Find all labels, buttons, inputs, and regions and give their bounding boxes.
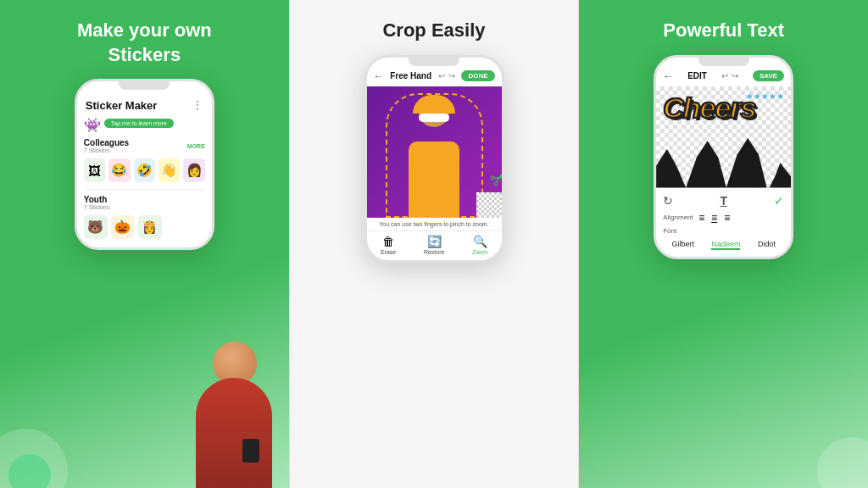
- crop-dashed-outline: [386, 93, 483, 218]
- sticker-thumb-1: 🖼: [84, 158, 105, 182]
- section2-title: Youth: [84, 195, 110, 204]
- sticker-thumb-4: 👋: [159, 158, 180, 182]
- save-button[interactable]: SAVE: [753, 70, 784, 81]
- sticker-thumb-7: 🎃: [111, 215, 135, 239]
- crop-app-ui: ← Free Hand ↩ ↪ DONE: [367, 66, 502, 260]
- align-left-icon[interactable]: ≡: [698, 212, 704, 224]
- zoom-tool[interactable]: 🔍 Zoom: [472, 235, 487, 255]
- text-redo-icon[interactable]: ↪: [732, 71, 738, 80]
- font-label: Font: [663, 227, 693, 235]
- restore-label: Restore: [424, 249, 445, 255]
- right-panel-title: Powerful Text: [663, 19, 784, 43]
- text-undo-redo: ↩ ↪: [721, 71, 738, 80]
- center-phone-mockup: ← Free Hand ↩ ↪ DONE: [364, 55, 504, 263]
- alignment-icons: ≡ ≡ ≡: [698, 212, 730, 224]
- text-tool-icon[interactable]: T: [720, 194, 727, 208]
- text-app-ui: ← EDIT ↩ ↪ SAVE Cheers ★★★★★: [656, 66, 791, 257]
- sticker-maker-title: Sticker Maker: [86, 99, 158, 112]
- section1-count: 7 Stickers: [84, 147, 129, 153]
- sticker-thumb-3: 🤣: [134, 158, 155, 182]
- sticker-thumb-6: 🐻: [84, 215, 108, 239]
- restore-icon: 🔄: [427, 235, 442, 248]
- tap-banner: Tap me to learn more: [104, 119, 174, 128]
- crop-image-area: [367, 86, 502, 218]
- right-panel: Powerful Text ← EDIT ↩ ↪ SAVE Cheers: [579, 0, 868, 488]
- erase-icon: 🗑: [382, 235, 394, 248]
- text-canvas-area: Cheers ★★★★★: [656, 86, 791, 188]
- held-phone-icon: [242, 439, 259, 463]
- right-phone-mockup: ← EDIT ↩ ↪ SAVE Cheers ★★★★★: [654, 55, 793, 259]
- crop-screen-title: Free Hand: [390, 71, 431, 80]
- redo-icon[interactable]: ↪: [448, 71, 455, 80]
- center-panel: Crop Easily ← Free Hand ↩ ↪ DONE: [289, 0, 580, 488]
- alignment-control-row: Alignment ≡ ≡ ≡: [663, 210, 784, 225]
- crop-toolbar: 🗑 Erase 🔄 Restore 🔍 Zoom: [367, 230, 502, 260]
- right-phone-notch: [698, 58, 749, 66]
- crop-hint-text: You can use two fingers to pinch to zoom…: [367, 218, 502, 230]
- undo-redo-icons: ↩ ↪: [438, 71, 455, 80]
- sticker-thumb-8: 👸: [138, 215, 162, 239]
- font-selection-row: Gilbert Nadeem Didot: [663, 236, 784, 253]
- edit-screen-title: EDIT: [687, 71, 707, 80]
- align-center-icon[interactable]: ≡: [711, 212, 717, 224]
- text-controls-panel: ↻ T ✓ Alignment ≡ ≡ ≡ Font: [656, 188, 791, 257]
- section1-sticker-row: 🖼 😂 🤣 👋 👩: [84, 155, 205, 186]
- confirm-icon[interactable]: ✓: [774, 194, 784, 208]
- done-button[interactable]: DONE: [461, 70, 494, 81]
- section2-sticker-row: 🐻 🎃 👸: [84, 212, 205, 242]
- left-panel-title: Make your own Stickers: [77, 19, 212, 67]
- stars-overlay: ★★★★★: [746, 92, 784, 101]
- font-nadeem[interactable]: Nadeem: [711, 240, 740, 250]
- erase-tool[interactable]: 🗑 Erase: [381, 235, 396, 255]
- font-control-row: Font: [663, 225, 784, 236]
- sticker-app-ui: Sticker Maker ⋮ 👾 Tap me to learn more C…: [77, 90, 212, 247]
- center-phone-notch: [409, 58, 459, 66]
- person-body: [196, 378, 272, 488]
- font-didot[interactable]: Didot: [758, 240, 776, 250]
- undo-icon[interactable]: ↩: [438, 71, 445, 80]
- blob-decoration-left: [0, 429, 68, 488]
- zoom-icon: 🔍: [473, 235, 487, 248]
- left-panel: Make your own Stickers Sticker Maker ⋮ 👾…: [0, 0, 289, 488]
- left-phone-mockup: Sticker Maker ⋮ 👾 Tap me to learn more C…: [75, 79, 214, 250]
- blob-decoration-right: [817, 437, 868, 488]
- center-panel-title: Crop Easily: [382, 19, 485, 43]
- phone-notch: [119, 81, 170, 90]
- person-photo-left: [179, 331, 289, 488]
- font-gilbert[interactable]: Gilbert: [671, 240, 694, 250]
- monster-icon: 👾: [84, 117, 101, 133]
- erase-label: Erase: [381, 249, 396, 255]
- section1-title: Colleagues: [84, 138, 129, 147]
- sticker-thumb-5: 👩: [183, 158, 204, 182]
- text-back-arrow[interactable]: ←: [663, 70, 673, 82]
- alignment-label: Alignment: [663, 214, 693, 221]
- align-right-icon[interactable]: ≡: [724, 212, 730, 224]
- section1-more-btn[interactable]: MORE: [187, 143, 205, 149]
- section2-count: 7 Stickers: [84, 204, 110, 210]
- refresh-tool-icon[interactable]: ↻: [663, 194, 673, 208]
- sticker-thumb-2: 😂: [108, 158, 130, 182]
- text-undo-icon[interactable]: ↩: [721, 71, 728, 80]
- crop-back-arrow[interactable]: ←: [374, 70, 384, 82]
- restore-tool[interactable]: 🔄 Restore: [424, 235, 445, 255]
- menu-dots-icon: ⋮: [192, 98, 203, 112]
- zoom-label: Zoom: [472, 249, 487, 255]
